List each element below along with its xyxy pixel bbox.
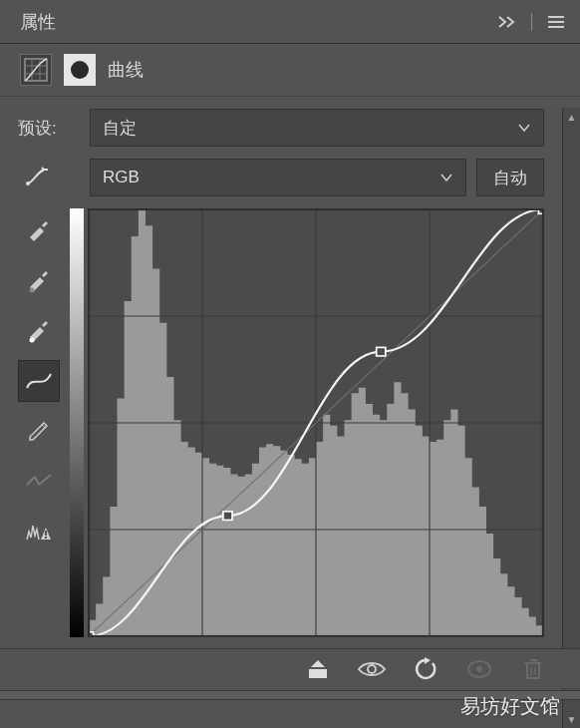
eyedropper-white-tool[interactable] — [18, 310, 60, 352]
mask-dot-icon — [71, 61, 89, 79]
panel-menu-icon[interactable] — [544, 10, 568, 34]
eyedropper-gray-tool[interactable] — [18, 260, 60, 302]
chevron-down-icon — [439, 173, 453, 182]
chevron-down-icon — [517, 123, 531, 133]
curves-adjustment-icon[interactable] — [20, 54, 52, 86]
auto-button[interactable]: 自动 — [476, 159, 544, 196]
panel-controls — [495, 10, 568, 34]
scroll-down-arrow[interactable]: ▼ — [567, 710, 577, 728]
previous-state-icon[interactable] — [462, 654, 496, 684]
collapse-icon[interactable] — [495, 10, 519, 34]
channel-value: RGB — [103, 168, 140, 187]
on-image-adjust-icon[interactable] — [18, 166, 80, 189]
curves-graph[interactable] — [88, 208, 544, 637]
panel-title: 属性 — [20, 10, 495, 34]
reset-icon[interactable] — [409, 654, 442, 684]
preset-value: 自定 — [103, 117, 137, 140]
svg-rect-15 — [377, 347, 386, 356]
svg-point-3 — [30, 338, 35, 343]
preset-select[interactable]: 自定 — [90, 109, 544, 147]
smooth-tool[interactable] — [18, 460, 60, 502]
separator — [531, 13, 532, 31]
watermark-text: 易坊好文馆 — [460, 693, 560, 720]
output-gradient — [70, 208, 84, 637]
delete-icon[interactable] — [516, 654, 550, 684]
adjustment-title: 曲线 — [108, 58, 144, 82]
toggle-visibility-icon[interactable] — [355, 654, 389, 684]
eyedropper-black-tool[interactable] — [18, 210, 60, 252]
channel-select[interactable]: RGB — [90, 159, 466, 196]
svg-point-2 — [30, 288, 35, 293]
svg-point-19 — [368, 665, 376, 673]
svg-point-1 — [26, 182, 30, 185]
preset-label: 预设: — [18, 117, 80, 140]
clip-warning-tool[interactable] — [18, 510, 60, 551]
auto-button-label: 自动 — [493, 167, 527, 189]
svg-rect-4 — [45, 531, 47, 536]
layer-mask-thumb[interactable] — [64, 54, 96, 86]
scroll-up-arrow[interactable]: ▲ — [567, 108, 577, 126]
svg-rect-18 — [309, 669, 327, 678]
svg-point-21 — [476, 666, 482, 672]
curve-point-tool[interactable] — [18, 360, 60, 402]
vertical-scrollbar[interactable]: ▲ ▼ — [562, 108, 580, 728]
clip-to-layer-icon[interactable] — [301, 654, 335, 684]
svg-rect-5 — [45, 537, 47, 539]
pencil-tool[interactable] — [18, 410, 60, 452]
svg-rect-14 — [223, 512, 232, 521]
